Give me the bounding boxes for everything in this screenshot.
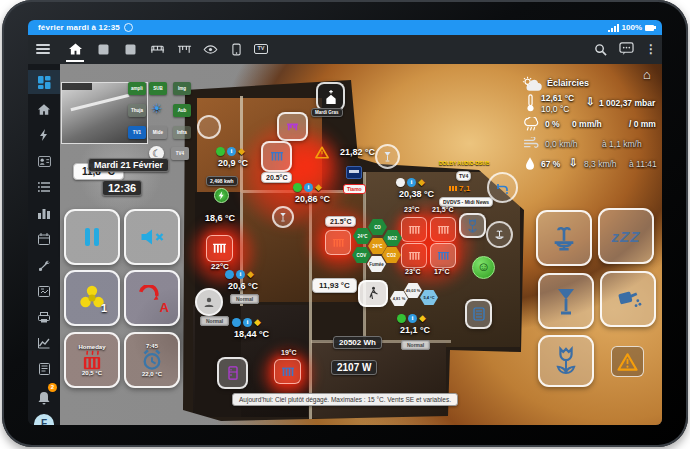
thermostat-button-1[interactable] (261, 141, 292, 172)
homeday-temp: 20,5 °C (82, 370, 102, 376)
energy-icon[interactable] (214, 188, 229, 203)
humidity-value: 67 % (541, 159, 560, 169)
radiator-button-3[interactable] (401, 243, 427, 268)
small-alert-icon[interactable] (315, 145, 329, 163)
mute-button[interactable] (124, 209, 180, 265)
server-button[interactable] (465, 299, 492, 329)
sync-icon (124, 23, 133, 32)
room-lower-mid (311, 342, 446, 418)
bench-button[interactable] (277, 112, 308, 141)
hamburger-menu-icon[interactable] (36, 44, 50, 54)
faucet-button[interactable] (487, 172, 518, 203)
sidebar-item-notes[interactable] (28, 357, 60, 381)
glass-button[interactable] (538, 273, 594, 329)
sidebar-avatar[interactable]: F (28, 412, 60, 425)
search-icon[interactable] (591, 41, 609, 57)
glass-circle-button[interactable] (375, 144, 400, 169)
sidebar-item-notifications[interactable]: 2 (28, 386, 60, 410)
tab-room1-icon[interactable] (94, 41, 112, 57)
sidebar-item-profile[interactable] (28, 149, 60, 173)
sidebar-item-dashboard[interactable] (28, 70, 60, 94)
sensor-row: i◆ (397, 314, 426, 323)
cellar-radiator-button[interactable] (274, 359, 301, 384)
tab-table-icon[interactable] (175, 41, 193, 57)
tab-bedroom-icon[interactable] (148, 41, 166, 57)
scene-tv4-button[interactable]: TV4 (171, 147, 189, 160)
tab-door-icon[interactable] (227, 41, 245, 57)
temp-bedroom: 20,38 °C (399, 189, 434, 199)
weather-condition: Éclaircies (547, 78, 589, 88)
wind-current: 8,3 km/h (584, 159, 617, 169)
radiator-button-4[interactable] (430, 243, 456, 268)
sidebar-item-home[interactable] (28, 97, 60, 121)
homeday-heating-button[interactable]: Homeday 20,5 °C (64, 332, 120, 388)
presence-button[interactable] (358, 280, 388, 307)
tab-tv-icon[interactable]: TV (252, 41, 270, 57)
chat-icon[interactable] (617, 41, 635, 57)
scene-mide-button[interactable]: Mide (149, 126, 167, 139)
tab-home-icon[interactable] (66, 41, 84, 57)
watering-can-icon (614, 287, 642, 311)
person-button[interactable] (195, 288, 223, 316)
church-event-button[interactable] (316, 82, 345, 111)
sidebar-item-printer[interactable] (28, 305, 60, 329)
signal-icon (608, 24, 619, 32)
mode-button-2[interactable]: Normal (200, 316, 229, 326)
sidebar-item-tools[interactable] (28, 253, 60, 277)
forecast-bar: Aujourd'hui: Ciel plutôt dégagé. Maximal… (232, 393, 458, 406)
thermometer-icon (526, 94, 535, 112)
garden-button[interactable] (538, 335, 594, 387)
kitchen-radiator-button[interactable] (206, 235, 233, 262)
thermostat-setpoint-1: 20.5°C (261, 172, 292, 183)
sidebar-item-calendar[interactable] (28, 227, 60, 251)
wind-speed: 0,0 km/h (545, 139, 578, 149)
scene-thuja-button[interactable]: Thuja (128, 104, 146, 117)
sensor-row: i◆ (396, 178, 425, 187)
scene-tv1-button[interactable]: TV1 (128, 126, 146, 139)
fan-button[interactable]: 1 (64, 270, 120, 326)
fountain-button[interactable] (536, 210, 592, 266)
flower-button[interactable] (459, 213, 486, 238)
alarm-clock-button[interactable]: 7:45 22,0 °C (124, 332, 180, 388)
volume-value: 7,1 (459, 184, 470, 193)
mode-button-1[interactable]: Normal (230, 294, 259, 304)
scene-ampli-button[interactable]: ampli (128, 82, 146, 95)
fridge-button[interactable] (217, 357, 248, 389)
overflow-menu-icon[interactable]: ⋮ (642, 41, 660, 57)
sidebar-item-energy[interactable] (28, 123, 60, 147)
scene-aub-button[interactable]: Aub (173, 104, 191, 117)
sprinkler-button[interactable] (600, 271, 656, 327)
sidebar-item-scenario[interactable] (28, 279, 60, 303)
scene-img-button[interactable]: Img (173, 82, 191, 95)
tv-source-button[interactable]: TV4 (456, 171, 471, 181)
wind-icon (523, 137, 540, 150)
mode-button-3[interactable]: Normal (401, 340, 430, 350)
alert-button[interactable] (611, 346, 644, 377)
pause-button[interactable] (64, 209, 120, 265)
sensor-circle[interactable] (197, 115, 221, 139)
tab-room2-icon[interactable] (121, 41, 139, 57)
screen-button[interactable] (346, 166, 362, 179)
scene-infra-button[interactable]: Infra (173, 126, 191, 139)
song-label: Tiamo (343, 184, 366, 194)
sidebar-item-graph[interactable] (28, 331, 60, 355)
radiator-button-1[interactable] (401, 217, 427, 242)
tab-eye-icon[interactable] (201, 41, 219, 57)
flower-icon (466, 219, 479, 233)
glass-circle-button[interactable] (272, 206, 294, 228)
auto-mode-button[interactable]: A (124, 270, 180, 326)
scene-sub-button[interactable]: SUB (149, 82, 167, 95)
radiator-icon (270, 151, 284, 162)
radiator-button-2[interactable] (430, 217, 456, 242)
fountain-circle-button[interactable] (486, 221, 513, 248)
warning-triangle-icon (617, 353, 638, 371)
sun-scene-icon[interactable]: ☀ (151, 101, 163, 116)
sidebar-item-list[interactable] (28, 175, 60, 199)
sidebar-item-analytics[interactable] (28, 201, 60, 225)
pressure-arrow-icon: ⇩ (586, 96, 594, 107)
smiley-status: ☺ (472, 256, 495, 279)
scroll-home-icon[interactable]: ⌂ (643, 67, 651, 82)
battery-percent: 100% (622, 23, 642, 32)
sleep-button[interactable]: zZZ (598, 208, 654, 264)
hall-radiator-button[interactable] (325, 230, 351, 255)
